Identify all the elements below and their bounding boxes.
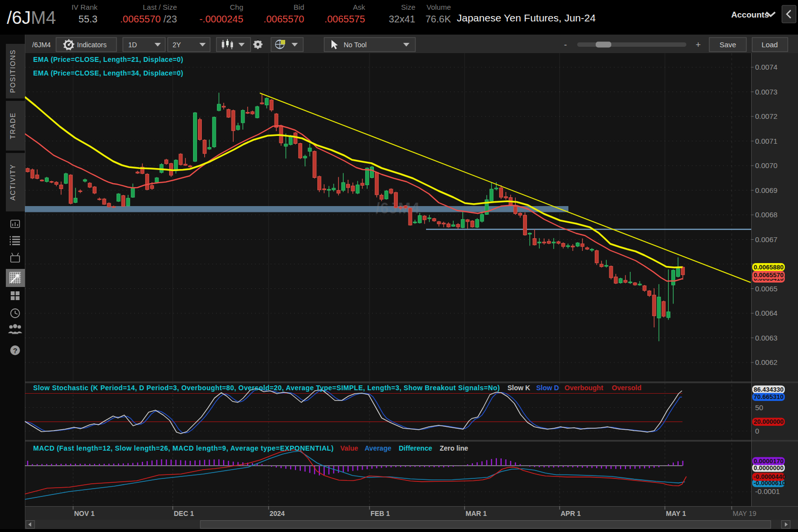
svg-text:0: 0 [755,427,759,435]
svg-text:EMA (Price=CLOSE, Length=21, D: EMA (Price=CLOSE, Length=21, Displace=0) [33,56,183,63]
svg-text:/6JM4: /6JM4 [7,8,56,28]
svg-text:0.0000000: 0.0000000 [754,464,783,472]
svg-text:?: ? [13,346,17,355]
svg-text:Value: Value [340,444,358,452]
svg-text:0.0069: 0.0069 [755,186,778,194]
svg-text:-0.0001: -0.0001 [755,487,780,495]
svg-text:Load: Load [761,40,778,49]
svg-text:2024: 2024 [270,510,285,517]
svg-text:2Y: 2Y [173,41,181,49]
svg-text:Ask: Ask [353,3,366,11]
svg-text:0.0070: 0.0070 [755,161,778,170]
svg-text:0.0062: 0.0062 [755,358,778,366]
svg-text:-0.0000440: -0.0000440 [754,473,786,480]
svg-text:0.0065: 0.0065 [755,285,778,293]
svg-text:0.0073: 0.0073 [755,88,778,96]
svg-text:70.665310: 70.665310 [754,393,783,400]
svg-text:Accounts: Accounts [731,10,769,19]
svg-text:TRADE: TRADE [9,113,17,139]
svg-text:20.000000: 20.000000 [754,418,783,425]
svg-text:0.0000170: 0.0000170 [754,457,783,465]
svg-text:NOV 1: NOV 1 [74,510,95,517]
svg-text:32x41: 32x41 [389,14,416,24]
svg-text:55.3: 55.3 [78,14,97,24]
svg-text:76.6K: 76.6K [426,14,451,24]
svg-text:0.0063: 0.0063 [755,334,778,342]
svg-text:Zero line: Zero line [440,444,468,452]
svg-text:ACTIVITY: ACTIVITY [9,164,17,200]
svg-text:Japanese Yen Futures, Jun-24: Japanese Yen Futures, Jun-24 [457,12,596,23]
svg-text:50: 50 [755,403,763,412]
svg-text:Indicators: Indicators [77,41,107,49]
svg-text:APR 1: APR 1 [561,510,581,517]
svg-text:Difference: Difference [399,444,432,452]
svg-text:-: - [564,40,567,50]
svg-text:-.0000245: -.0000245 [199,14,243,24]
svg-text:Average: Average [365,444,391,452]
svg-text:0.0065570: 0.0065570 [754,271,783,279]
svg-text:.0065575: .0065575 [325,14,365,24]
svg-text:No Tool: No Tool [344,41,367,49]
svg-text:0.0065880: 0.0065880 [754,264,783,271]
svg-text:Size: Size [401,3,415,11]
svg-text:MACD (Fast length=12, Slow len: MACD (Fast length=12, Slow length=26, MA… [33,444,334,452]
svg-text:FEB 1: FEB 1 [370,510,390,517]
svg-text:MAR 1: MAR 1 [466,510,487,517]
svg-text:.0065570 /23: .0065570 /23 [120,14,177,24]
svg-text:0.0074: 0.0074 [755,63,778,71]
svg-text:Oversold: Oversold [612,384,642,392]
svg-text:POSITIONS: POSITIONS [9,49,17,93]
svg-text:Bid: Bid [293,3,304,11]
svg-text:IV Rank: IV Rank [72,3,98,11]
svg-text:Slow K: Slow K [507,384,530,392]
svg-text:EMA (Price=CLOSE, Length=34, D: EMA (Price=CLOSE, Length=34, Displace=0) [33,69,183,77]
svg-text:Slow Stochastic (K Period=14,: Slow Stochastic (K Period=14, D Period=3… [33,384,500,392]
svg-text:+: + [696,40,701,50]
svg-text:0.0064: 0.0064 [755,309,778,317]
svg-text:0.0072: 0.0072 [755,112,778,120]
svg-text:/6JM4: /6JM4 [32,41,51,49]
svg-text:0.0067: 0.0067 [755,235,778,244]
svg-text:MAY 19: MAY 19 [733,510,757,517]
svg-text:Volume: Volume [427,3,451,11]
svg-text:0.0068: 0.0068 [755,210,778,219]
svg-text:DEC 1: DEC 1 [174,510,194,517]
svg-text:Chg: Chg [230,3,243,11]
svg-text:1D: 1D [128,41,137,49]
svg-text:Save: Save [720,40,736,49]
svg-text:MAY 1: MAY 1 [666,510,686,517]
svg-text:0.0071: 0.0071 [755,137,778,145]
svg-text:Overbought: Overbought [564,384,603,392]
svg-text:86.434330: 86.434330 [754,386,783,393]
svg-text:Last / Size: Last / Size [143,3,177,11]
svg-text:Slow D: Slow D [536,384,559,392]
svg-text:.0065570: .0065570 [264,14,304,24]
